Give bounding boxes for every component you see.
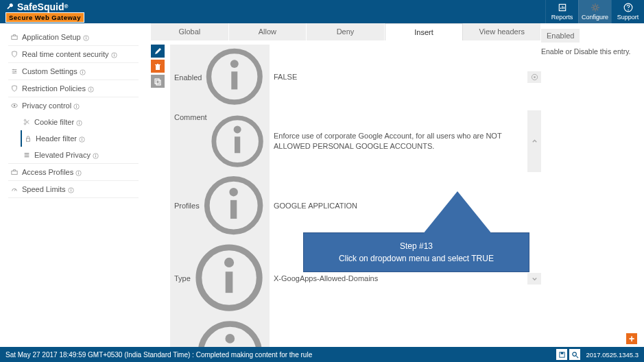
brand-logo: SafeSquid® Secure Web Gateway [5,1,84,23]
configure-icon [591,3,600,12]
sidebar-item-access-profiles[interactable]: Access Profiles [10,164,137,180]
sidebar-subitem-elevated-privacy[interactable]: Elevated Privacy [22,147,137,163]
sidebar-item-speed-limits[interactable]: Speed Limits [10,181,137,197]
sidebar-subitem-cookie-filter[interactable]: Cookie filter [22,114,137,130]
status-bar: Sat May 27 2017 18:49:59 GMT+0530 (India… [0,347,644,362]
help-badge: Enabled [541,29,580,43]
eye-icon [11,102,18,109]
sidebar-label: Application Setup [22,33,81,41]
info-icon[interactable] [111,51,117,58]
tutorial-callout: Step #13 Click on dropdown menu and sele… [303,232,529,272]
info-icon[interactable] [204,46,265,109]
info-icon[interactable] [93,152,99,158]
enabled-target-button[interactable] [527,71,541,83]
sidebar-label: Header filter [36,134,77,143]
info-icon[interactable] [75,169,82,176]
clone-button[interactable] [151,75,165,88]
callout-body: Click on dropdown menu and select TRUE [311,252,522,265]
bars-icon [23,152,30,158]
info-icon[interactable] [83,34,89,40]
tab-global[interactable]: Global [151,23,229,40]
tab-view-headers[interactable]: View headers [463,23,541,40]
add-entry-button[interactable]: + [626,333,637,344]
status-text: Sat May 27 2017 18:49:59 GMT+0530 (India… [5,351,312,359]
move-up-button[interactable] [527,110,541,172]
delete-button[interactable] [151,60,165,73]
sidebar-item-custom-settings[interactable]: Custom Settings [10,63,137,80]
sidebar-label: Real time content security [22,50,109,58]
sidebar-label: Restriction Policies [22,84,86,93]
shield-icon [11,51,18,58]
sidebar-label: Speed Limits [22,185,66,193]
briefcase-icon [11,169,18,176]
footer-search-button[interactable] [569,349,580,360]
info-icon[interactable] [68,186,74,193]
reports-button[interactable]: Reports [545,0,578,23]
brand-name: SafeSquid [17,1,64,12]
info-icon[interactable] [79,136,85,142]
briefcase-icon [11,34,18,40]
info-icon[interactable] [88,86,94,92]
tab-deny[interactable]: Deny [307,23,385,40]
top-actions: Reports Configure Support [545,0,644,23]
tab-insert[interactable]: Insert [385,23,464,40]
sidebar-label: Custom Settings [22,67,77,75]
sidebar-label: Cookie filter [34,118,74,126]
type-value: X-GoogApps-Allowed-Domains [270,273,527,285]
brand-tagline: Secure Web Gateway [5,12,84,23]
edit-button[interactable] [151,45,165,58]
tabs: Global Allow Deny Insert View headers [151,23,541,40]
sidebar-label: Privacy control [22,101,71,110]
sidebar-item-privacy-control[interactable]: Privacy control [10,97,137,114]
lock-icon [25,135,32,142]
profiles-key: Profiles [174,202,200,210]
gauge-icon [11,186,18,193]
callout-title: Step #13 [311,240,522,252]
wrench-icon [5,2,15,12]
comment-value: Enforce use of corporate Google Account,… [270,130,527,152]
info-icon[interactable] [80,69,86,75]
sidebar-item-application-setup[interactable]: Application Setup [10,29,137,45]
info-icon[interactable] [193,241,265,315]
help-text: Enable or Disable this entry. [541,47,637,57]
scissors-icon [23,119,30,125]
enabled-key: Enabled [174,73,202,82]
sidebar-item-restriction-policies[interactable]: Restriction Policies [10,80,137,97]
sliders-icon [11,68,18,75]
enabled-value: FALSE [270,71,527,83]
support-button[interactable]: Support [611,0,644,23]
sidebar-subitem-header-filter[interactable]: Header filter [23,130,137,147]
help-panel: Enabled Enable or Disable this entry. [541,23,644,347]
callout-arrow-icon [420,191,495,238]
type-key: Type [174,274,191,282]
configure-label: Configure [582,14,608,21]
support-label: Support [617,14,639,21]
reports-icon [558,3,567,12]
info-icon[interactable] [209,113,265,171]
info-icon[interactable] [202,173,265,239]
configure-button[interactable]: Configure [578,0,611,23]
info-icon[interactable] [73,103,80,109]
shield-icon [11,85,18,92]
sidebar: Application Setup Real time content secu… [0,23,144,347]
tab-allow[interactable]: Allow [229,23,307,40]
footer-save-button[interactable] [556,349,567,360]
info-icon[interactable] [76,119,82,125]
brand-reg: ® [64,3,68,10]
sidebar-label: Access Profiles [22,168,73,176]
reports-label: Reports [551,14,573,21]
version-text: 2017.0525.1345.3 [586,351,639,359]
sidebar-item-realtime-security[interactable]: Real time content security [10,46,137,62]
sidebar-label: Elevated Privacy [34,151,91,159]
support-icon [623,3,633,12]
top-bar: SafeSquid® Secure Web Gateway Reports Co… [0,0,644,23]
comment-key: Comment [174,113,207,121]
move-down-button[interactable] [527,273,541,285]
